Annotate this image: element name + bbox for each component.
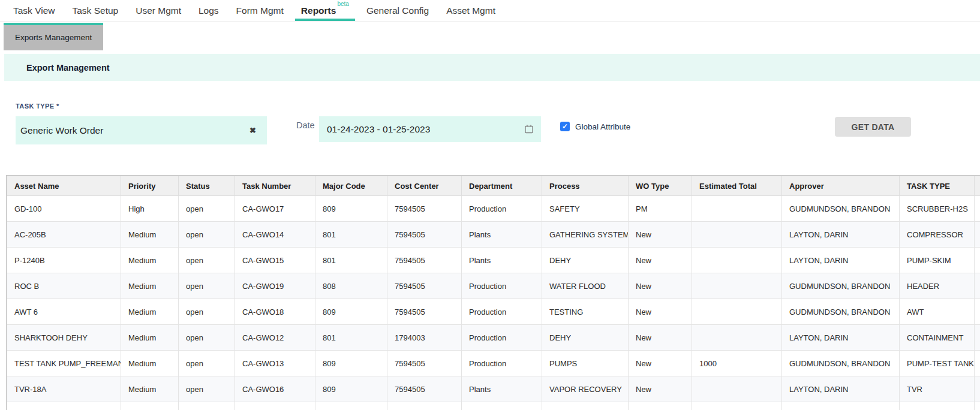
column-header-cutoff [975,176,980,196]
table-cell: CA-GWO19 [235,273,315,299]
table-row[interactable]: ROC BMediumopenCA-GWO198087594505Product… [7,273,980,299]
table-cell [629,402,692,410]
table-row[interactable]: AWT 6MediumopenCA-GWO188097594505Product… [7,299,980,325]
nav-item-label: Logs [199,5,219,16]
table-cell: DEHY [542,248,629,273]
table-cell: CA-GWO17 [235,196,315,222]
nav-item-label: Asset Mgmt [446,5,495,16]
table-cell [235,402,315,410]
table-cell [782,402,900,410]
table-cell: Production [462,273,542,299]
table-cell: TVR [900,376,975,402]
nav-item-form-mgmt[interactable]: Form Mgmt [230,0,290,21]
table-cell: CA-GWO14 [235,222,315,248]
table-cell: Medium [121,222,179,248]
table-cell: PUMP-SKIM [900,248,975,273]
table-cell [692,376,782,402]
table-cell [542,402,629,410]
results-table-wrap: Asset NamePriorityStatusTask NumberMajor… [6,175,980,410]
table-cell: 7594505 [387,248,462,273]
table-cell: open [179,196,235,222]
table-cell: Medium [121,273,179,299]
table-row-partial[interactable] [7,402,980,410]
table-cell: 809 [315,351,387,376]
column-header-task-type: TASK TYPE [900,176,975,196]
table-cell [975,325,980,351]
table-row[interactable]: AC-205BMediumopenCA-GWO148017594505Plant… [7,222,980,248]
table-cell [692,402,782,410]
table-cell: 809 [315,299,387,325]
table-cell: SAFETY [542,196,629,222]
table-cell: 7594505 [387,196,462,222]
column-header-process: Process [542,176,629,196]
table-cell: 809 [315,376,387,402]
table-cell: Production [462,299,542,325]
page-title: Export Management [26,63,110,73]
table-cell [975,222,980,248]
nav-item-task-setup[interactable]: Task Setup [67,0,125,21]
table-cell: LAYTON, DARIN [782,376,900,402]
table-cell: open [179,325,235,351]
section-header-bar: Export Management [4,54,980,81]
table-cell: WATER FLOOD [542,273,629,299]
table-cell: GUDMUNDSON, BRANDON [782,196,900,222]
table-cell: ROC B [7,273,121,299]
table-cell: open [179,248,235,273]
global-attribute-checkbox[interactable]: ✓ [560,122,570,131]
table-cell: Production [462,325,542,351]
nav-item-general-config[interactable]: General Config [360,0,435,21]
column-header-estimated-total: Estimated Total [692,176,782,196]
table-cell [975,376,980,402]
top-nav: Task ViewTask SetupUser MgmtLogsForm Mgm… [0,0,980,22]
nav-item-label: Task View [13,5,55,16]
table-cell: SHARKTOOH DEHY [7,325,121,351]
table-cell: CA-GWO18 [235,299,315,325]
table-cell: Plants [462,248,542,273]
table-cell: CA-GWO12 [235,325,315,351]
date-range-input[interactable]: 01-24-2023 - 01-25-2023 [319,116,541,142]
nav-item-reports[interactable]: Reportsbeta [295,0,355,21]
table-cell: New [629,325,692,351]
table-cell: Medium [121,351,179,376]
table-cell: PUMPS [542,351,629,376]
table-cell: 7594505 [387,376,462,402]
table-cell: VAPOR RECOVERY [542,376,629,402]
table-cell [121,402,179,410]
calendar-icon[interactable] [525,125,533,134]
get-data-button[interactable]: GET DATA [835,117,911,137]
table-row[interactable]: P-1240BMediumopenCA-GWO158017594505Plant… [7,248,980,273]
table-cell: open [179,376,235,402]
table-row[interactable]: TVR-18AMediumopenCA-GWO168097594505Plant… [7,376,980,402]
tab-exports-management[interactable]: Exports Management [4,23,103,50]
table-cell [692,325,782,351]
table-cell [7,402,121,410]
table-row[interactable]: GD-100HighopenCA-GWO178097594505Producti… [7,196,980,222]
table-cell: 7594505 [387,222,462,248]
date-label: Date [296,120,315,130]
nav-item-logs[interactable]: Logs [193,0,225,21]
table-cell: 809 [315,196,387,222]
table-cell: CA-GWO15 [235,248,315,273]
table-cell: 801 [315,248,387,273]
table-row[interactable]: SHARKTOOH DEHYMediumopenCA-GWO1280117940… [7,325,980,351]
table-cell [692,222,782,248]
column-header-asset-name: Asset Name [7,176,121,196]
table-cell: LAYTON, DARIN [782,248,900,273]
table-cell [975,402,980,410]
table-cell: 801 [315,222,387,248]
task-type-select[interactable]: Generic Work Order ✖ [16,116,267,144]
nav-item-user-mgmt[interactable]: User Mgmt [130,0,187,21]
table-cell: open [179,351,235,376]
nav-item-asset-mgmt[interactable]: Asset Mgmt [440,0,501,21]
table-cell [692,273,782,299]
table-cell: CONTAINMENT [900,325,975,351]
table-cell: 1794003 [387,325,462,351]
clear-icon[interactable]: ✖ [249,126,256,135]
nav-item-label: Task Setup [73,5,119,16]
table-cell [975,273,980,299]
table-cell [315,402,387,410]
table-cell [692,248,782,273]
column-header-task-number: Task Number [235,176,315,196]
table-row[interactable]: TEST TANK PUMP_FREEMANMediumopenCA-GWO13… [7,351,980,376]
nav-item-task-view[interactable]: Task View [7,0,61,21]
